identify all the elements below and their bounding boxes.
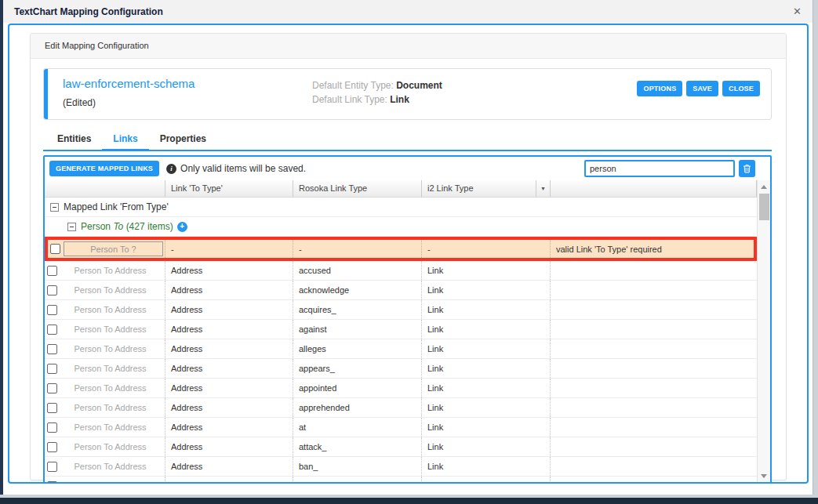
i2-type-cell[interactable]: Link [422, 261, 551, 280]
search-input[interactable] [584, 160, 735, 177]
i2-type-cell[interactable]: Link [422, 457, 551, 476]
scroll-down-icon[interactable] [761, 474, 767, 478]
to-type-cell[interactable]: Address [165, 339, 293, 358]
scrollbar-thumb[interactable] [759, 194, 769, 220]
table-row[interactable]: Person To Address Address battle Link [45, 477, 757, 482]
close-button[interactable]: CLOSE [722, 81, 760, 96]
row-checkbox[interactable] [50, 244, 60, 254]
table-row[interactable]: Person To Address Address ban_ Link [45, 457, 757, 477]
rosoka-type-cell[interactable]: against [293, 320, 422, 339]
schema-defaults: Default Entity Type: Document Default Li… [312, 77, 442, 107]
validation-cell [551, 437, 757, 456]
table-row[interactable]: Person To Address Address against Link [45, 320, 757, 339]
table-row[interactable]: Person To Address Address at Link [45, 418, 757, 437]
to-type-cell[interactable]: - [165, 240, 293, 258]
link-name-cell: Person To Address [57, 442, 163, 451]
header-rosoka-link-type[interactable]: Rosoka Link Type [293, 180, 422, 197]
collapse-icon[interactable] [67, 223, 76, 231]
rosoka-type-cell[interactable]: alleges [293, 339, 422, 358]
i2-type-cell[interactable]: Link [422, 418, 551, 437]
tab-links[interactable]: Links [102, 129, 148, 151]
to-type-cell[interactable]: Address [165, 379, 293, 397]
add-link-icon[interactable]: + [177, 222, 187, 232]
rosoka-type-cell[interactable]: - [293, 240, 422, 258]
row-checkbox[interactable] [47, 403, 57, 413]
i2-type-cell[interactable]: Link [422, 300, 551, 319]
table-row[interactable]: Person To Address Address attack_ Link [45, 437, 757, 457]
table-row[interactable]: Person To Address Address appointed Link [45, 379, 757, 398]
to-type-cell[interactable]: Address [165, 437, 293, 456]
to-type-cell[interactable]: Address [165, 300, 293, 319]
row-select-cell: Person To Address [45, 281, 165, 299]
i2-type-cell[interactable]: Link [422, 320, 551, 339]
table-row[interactable]: Person To Address Address accused Link [45, 261, 757, 281]
to-type-cell[interactable]: Address [165, 359, 293, 378]
row-checkbox[interactable] [47, 325, 57, 335]
row-checkbox[interactable] [47, 442, 57, 452]
row-checkbox[interactable] [47, 344, 57, 354]
row-checkbox[interactable] [47, 266, 57, 276]
table-row[interactable]: Person To Address Address apprehended Li… [45, 398, 757, 418]
rosoka-type-cell[interactable]: acquires_ [293, 300, 422, 319]
header-select-column [45, 180, 165, 197]
schema-name-link[interactable]: law-enforcement-schema [63, 77, 312, 90]
i2-type-cell[interactable]: Link [422, 477, 551, 482]
i2-type-cell[interactable]: Link [422, 359, 551, 378]
rosoka-type-cell[interactable]: battle [293, 477, 422, 482]
dialog-titlebar: TextChart Mapping Configuration ✕ [3, 0, 813, 23]
to-type-cell[interactable]: Address [165, 477, 293, 482]
close-icon[interactable]: ✕ [793, 5, 802, 17]
i2-type-cell[interactable]: Link [422, 437, 551, 456]
tab-entities[interactable]: Entities [46, 129, 102, 150]
i2-filter-dropdown-icon[interactable]: ▼ [536, 180, 551, 197]
to-type-cell[interactable]: Address [165, 261, 293, 280]
row-checkbox[interactable] [47, 383, 57, 393]
default-entity-label: Default Entity Type: [312, 80, 394, 91]
save-button[interactable]: SAVE [686, 81, 718, 96]
table-row[interactable]: Person To Address Address acquires_ Link [45, 300, 757, 320]
to-type-cell[interactable]: Address [165, 418, 293, 437]
rosoka-type-cell[interactable]: acknowledge [293, 281, 422, 299]
link-name-cell[interactable]: Person To ? [64, 241, 163, 256]
header-link-to-type[interactable]: Link 'To Type' [165, 180, 293, 197]
table-row[interactable]: Person To Address Address acknowledge Li… [45, 281, 757, 300]
row-checkbox[interactable] [47, 422, 57, 433]
invalid-link-row-highlighted[interactable]: Person To ? - - - valid Link 'To Type' r… [45, 237, 757, 261]
rosoka-type-cell[interactable]: apprehended [293, 398, 422, 417]
i2-type-cell[interactable]: Link [422, 398, 551, 417]
to-type-cell[interactable]: Address [165, 281, 293, 299]
rosoka-type-cell[interactable]: at [293, 418, 422, 437]
row-checkbox[interactable] [47, 285, 57, 296]
table-row[interactable]: Person To Address Address appears_ Link [45, 359, 757, 379]
to-type-cell[interactable]: Address [165, 457, 293, 476]
vertical-scrollbar[interactable] [757, 180, 770, 482]
i2-type-cell[interactable]: Link [422, 281, 551, 299]
i2-type-cell[interactable]: Link [422, 339, 551, 358]
default-link-label: Default Link Type: [312, 94, 387, 105]
clear-search-button[interactable] [739, 160, 755, 177]
row-select-cell: Person To Address [45, 261, 165, 280]
to-type-cell[interactable]: Address [165, 320, 293, 339]
row-checkbox[interactable] [47, 364, 57, 374]
grid-body: Mapped Link 'From Type' Person To (427 i… [45, 198, 757, 482]
rosoka-type-cell[interactable]: attack_ [293, 437, 422, 456]
default-entity-type: Default Entity Type: Document [312, 78, 442, 92]
row-checkbox[interactable] [47, 462, 57, 472]
header-i2-link-type[interactable]: i2 Link Type [422, 180, 536, 197]
table-row[interactable]: Person To Address Address alleges Link [45, 339, 757, 359]
scroll-up-icon[interactable] [761, 185, 767, 189]
generate-mapped-links-button[interactable]: GENERATE MAPPED LINKS [49, 161, 159, 176]
to-type-cell[interactable]: Address [165, 398, 293, 417]
row-checkbox[interactable] [47, 305, 57, 315]
i2-type-cell[interactable]: - [422, 240, 551, 258]
rosoka-type-cell[interactable]: appointed [293, 379, 422, 397]
i2-type-cell[interactable]: Link [422, 379, 551, 397]
collapse-icon[interactable] [50, 203, 59, 212]
rosoka-type-cell[interactable]: accused [293, 261, 422, 280]
rosoka-type-cell[interactable]: appears_ [293, 359, 422, 378]
row-checkbox[interactable] [47, 481, 57, 483]
tab-properties[interactable]: Properties [149, 129, 217, 150]
rosoka-type-cell[interactable]: ban_ [293, 457, 422, 476]
options-button[interactable]: OPTIONS [637, 81, 682, 96]
row-select-cell: Person To Address [45, 398, 165, 417]
